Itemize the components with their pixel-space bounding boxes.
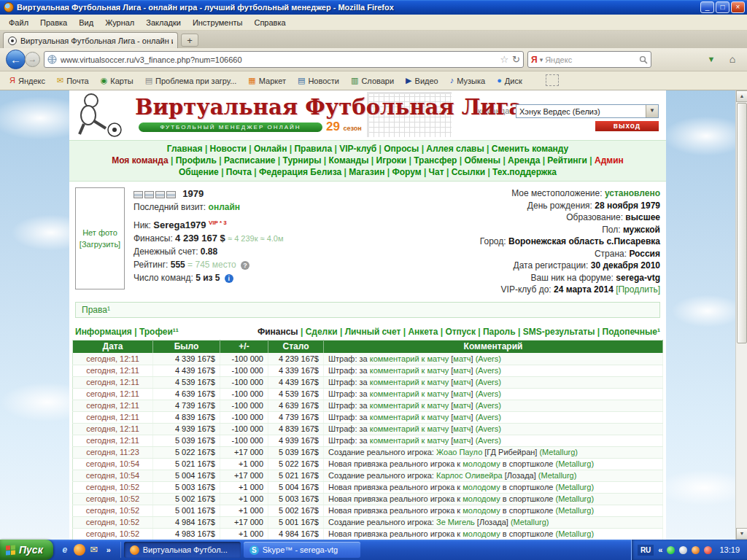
comment-team-link[interactable]: (Metallurg) [511, 518, 549, 526]
profile-tab[interactable]: Подопечные¹ [603, 327, 661, 337]
scroll-up-button[interactable]: ▲ [736, 90, 747, 102]
logout-button[interactable]: выход [595, 121, 659, 131]
team-select[interactable]: Хэнук Вердес (Белиз) ▼ [516, 104, 659, 118]
nav-link[interactable]: Главная [167, 144, 210, 154]
firefox-quicklaunch-icon[interactable] [74, 544, 85, 556]
menu-item[interactable]: Правка [34, 16, 73, 29]
bookmark-item[interactable]: ▥ Словари [346, 74, 399, 88]
comment-match-link[interactable]: матч [453, 389, 471, 398]
search-engine-dropdown-icon[interactable]: ▾ [540, 56, 543, 63]
nav-link[interactable]: Профиль [176, 155, 224, 166]
page-scrollbar[interactable]: ▲ ▼ [735, 90, 747, 540]
comment-link[interactable]: молодому [462, 529, 500, 538]
nav-link[interactable]: Почта [226, 167, 259, 177]
profile-tab[interactable]: Информация [75, 327, 139, 337]
comment-match-link[interactable]: матч [453, 413, 471, 421]
site-identity-icon[interactable] [47, 55, 57, 64]
select-dropdown-icon[interactable]: ▼ [646, 105, 658, 117]
nav-link[interactable]: Магазин [349, 167, 392, 177]
menu-item[interactable]: Справка [248, 16, 291, 29]
nav-link[interactable]: Расписание [224, 155, 283, 166]
bookmark-item[interactable]: ▶ Видео [400, 74, 444, 88]
nav-link[interactable]: Опросы [384, 144, 426, 154]
bookmark-item[interactable]: ▤ Новости [293, 74, 344, 88]
url-text[interactable]: www.virtualsoccer.ru/v3_finance.php?num=… [61, 55, 496, 64]
comment-match-link[interactable]: матч [453, 424, 471, 433]
mail-quicklaunch-icon[interactable]: ✉ [88, 544, 100, 556]
reload-icon[interactable]: ↻ [512, 54, 520, 65]
upload-photo-link[interactable]: [Загрузить] [80, 240, 120, 249]
window-titlebar[interactable]: Виртуальная Футбольная Лига - онлайн игр… [0, 0, 747, 15]
comment-link[interactable]: комментарий к матчу [370, 366, 449, 375]
downloads-button[interactable]: ▼ [703, 51, 720, 69]
comment-match-link[interactable]: матч [453, 401, 471, 410]
yandex-engine-icon[interactable]: Я [531, 55, 538, 65]
search-input[interactable]: Яндекс [545, 55, 637, 64]
comment-link[interactable]: молодому [462, 459, 500, 468]
nav-link[interactable]: Игроки [376, 155, 414, 166]
nav-link[interactable]: Рейтинги [547, 155, 595, 166]
comment-match-link[interactable]: матч [453, 378, 471, 386]
bookmark-item[interactable]: ● Диск [492, 74, 527, 88]
menu-item[interactable]: Файл [3, 16, 34, 29]
comment-team-link[interactable]: (Metallurg) [556, 483, 595, 491]
nav-link[interactable]: VIP-клуб [339, 144, 384, 154]
nav-link[interactable]: Правила [294, 144, 339, 154]
profile-tab[interactable]: Отпуск [445, 327, 483, 337]
quicklaunch-expand-icon[interactable]: » [103, 544, 115, 556]
comment-link[interactable]: комментарий к матчу [370, 378, 449, 386]
browser-tab[interactable]: Виртуальная Футбольная Лига - онлайн и..… [3, 32, 178, 48]
comment-link[interactable]: молодому [462, 506, 500, 515]
tray-icon-orange[interactable] [692, 546, 700, 554]
comment-link[interactable]: Карлос Оливейра [436, 471, 503, 480]
bookmark-item[interactable]: ▤ Проблема при загру... [140, 74, 242, 88]
comment-match-link[interactable]: матч [453, 436, 471, 445]
nav-link[interactable]: Общение [179, 167, 226, 177]
tray-icon-red[interactable] [704, 546, 712, 554]
comment-team-link[interactable]: (Avers) [476, 413, 501, 421]
comment-link[interactable]: комментарий к матчу [370, 436, 449, 445]
taskbar-button-firefox[interactable]: Виртуальная Футбол... [124, 542, 241, 558]
comment-team-link[interactable]: (Metallurg) [556, 459, 595, 468]
tray-icon-green[interactable] [667, 546, 675, 554]
empty-bookmark-slot[interactable] [546, 74, 559, 86]
comment-team-link[interactable]: (Metallurg) [539, 448, 578, 456]
bookmark-item[interactable]: ▦ Маркет [243, 74, 291, 88]
nav-link[interactable]: Сменить команду [492, 144, 569, 154]
taskbar-button-skype[interactable]: S Skype™ - serega-vtg [244, 542, 360, 558]
nav-link[interactable]: Онлайн [254, 144, 295, 154]
menu-item[interactable]: Журнал [99, 16, 140, 29]
comment-link[interactable]: Жоао Пауло [436, 448, 482, 456]
menu-item[interactable]: Вид [73, 16, 99, 29]
nav-link[interactable]: Трансфер [414, 155, 464, 166]
comment-team-link[interactable]: (Metallurg) [556, 494, 595, 503]
new-tab-button[interactable]: + [181, 34, 198, 47]
comment-team-link[interactable]: (Avers) [476, 366, 501, 375]
start-button[interactable]: Пуск [0, 540, 53, 560]
comment-link[interactable]: комментарий к матчу [370, 413, 449, 421]
bookmark-item[interactable]: ♪ Музыка [445, 74, 490, 88]
comment-link[interactable]: молодому [462, 483, 500, 491]
close-button[interactable]: × [731, 1, 745, 13]
nav-link[interactable]: Тех.поддержка [492, 167, 557, 177]
scrollbar-thumb[interactable] [737, 103, 747, 343]
comment-link[interactable]: комментарий к матчу [370, 389, 449, 398]
scroll-down-button[interactable]: ▼ [736, 528, 747, 540]
minimize-button[interactable]: _ [700, 1, 714, 13]
comment-link[interactable]: комментарий к матчу [370, 354, 449, 363]
nav-link[interactable]: Аренда [508, 155, 547, 166]
bookmark-item[interactable]: Я Яндекс [4, 74, 50, 88]
bookmark-item[interactable]: ✉ Почта [52, 74, 94, 88]
nav-link[interactable]: Админ [595, 155, 624, 166]
comment-team-link[interactable]: (Metallurg) [556, 529, 595, 538]
search-bar[interactable]: Я ▾ Яндекс [527, 51, 651, 68]
nav-link[interactable]: Форум [392, 167, 428, 177]
forward-button[interactable]: → [25, 52, 40, 67]
profile-tab[interactable]: Трофеи¹¹ [139, 327, 179, 337]
comment-team-link[interactable]: (Avers) [476, 389, 501, 398]
tray-collapse-icon[interactable]: « [658, 545, 662, 554]
comment-team-link[interactable]: (Avers) [476, 436, 501, 445]
profile-tab[interactable]: Пароль [483, 327, 523, 337]
internet-explorer-icon[interactable]: e [59, 544, 71, 556]
comment-link[interactable]: комментарий к матчу [370, 401, 449, 410]
